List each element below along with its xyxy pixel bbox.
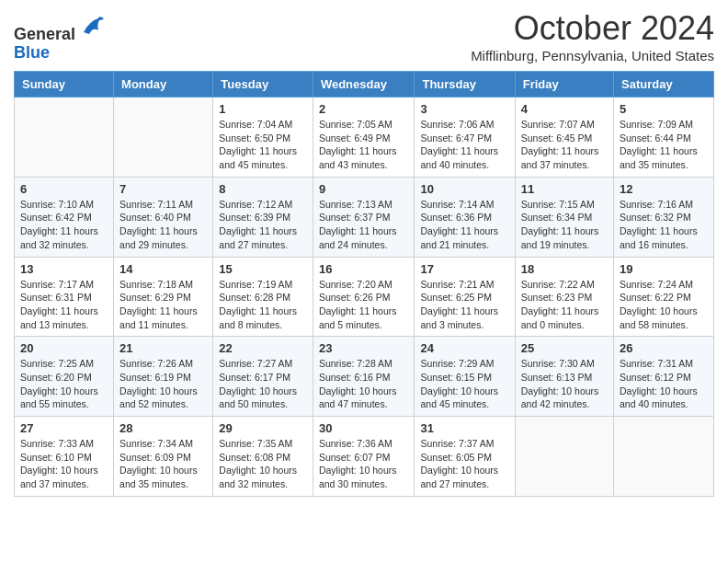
- calendar-cell: 27Sunrise: 7:33 AMSunset: 6:10 PMDayligh…: [15, 417, 114, 497]
- day-number: 29: [219, 421, 307, 435]
- day-number: 25: [521, 341, 608, 355]
- calendar-cell: 28Sunrise: 7:34 AMSunset: 6:09 PMDayligh…: [114, 417, 213, 497]
- sunset-text: Sunset: 6:28 PM: [219, 292, 290, 303]
- day-number: 7: [119, 182, 207, 196]
- sunset-text: Sunset: 6:29 PM: [119, 292, 191, 303]
- day-number: 21: [119, 341, 207, 355]
- calendar-cell: 23Sunrise: 7:28 AMSunset: 6:16 PMDayligh…: [313, 337, 415, 417]
- header-saturday: Saturday: [614, 72, 714, 98]
- day-number: 23: [319, 341, 409, 355]
- day-number: 20: [20, 341, 108, 355]
- header-monday: Monday: [114, 72, 213, 98]
- sunset-text: Sunset: 6:17 PM: [219, 372, 290, 383]
- day-info: Sunrise: 7:33 AMSunset: 6:10 PMDaylight:…: [20, 437, 108, 491]
- daylight-text: Daylight: 10 hours and 32 minutes.: [219, 465, 297, 489]
- sunrise-text: Sunrise: 7:13 AM: [319, 199, 392, 210]
- sunrise-text: Sunrise: 7:31 AM: [620, 358, 693, 369]
- sunset-text: Sunset: 6:08 PM: [219, 452, 290, 463]
- day-info: Sunrise: 7:35 AMSunset: 6:08 PMDaylight:…: [219, 437, 307, 491]
- sunset-text: Sunset: 6:13 PM: [521, 372, 593, 383]
- sunset-text: Sunset: 6:26 PM: [319, 292, 391, 303]
- calendar-cell: 11Sunrise: 7:15 AMSunset: 6:34 PMDayligh…: [515, 177, 613, 257]
- calendar-cell: 18Sunrise: 7:22 AMSunset: 6:23 PMDayligh…: [515, 257, 613, 337]
- header: General Blue October 2024 Mifflinburg, P…: [14, 9, 714, 63]
- calendar-cell: 16Sunrise: 7:20 AMSunset: 6:26 PMDayligh…: [313, 257, 415, 337]
- daylight-text: Daylight: 11 hours and 16 minutes.: [620, 225, 698, 250]
- calendar-cell: 13Sunrise: 7:17 AMSunset: 6:31 PMDayligh…: [15, 257, 114, 337]
- sunset-text: Sunset: 6:42 PM: [20, 212, 92, 223]
- day-info: Sunrise: 7:12 AMSunset: 6:39 PMDaylight:…: [219, 198, 307, 252]
- calendar-cell: [515, 417, 613, 497]
- sunrise-text: Sunrise: 7:17 AM: [20, 279, 94, 290]
- day-number: 30: [319, 421, 409, 435]
- calendar-table: Sunday Monday Tuesday Wednesday Thursday…: [14, 71, 714, 497]
- daylight-text: Daylight: 11 hours and 24 minutes.: [319, 225, 397, 250]
- day-info: Sunrise: 7:04 AMSunset: 6:50 PMDaylight:…: [219, 118, 307, 172]
- calendar-cell: 5Sunrise: 7:09 AMSunset: 6:44 PMDaylight…: [614, 98, 714, 178]
- day-info: Sunrise: 7:22 AMSunset: 6:23 PMDaylight:…: [521, 278, 608, 332]
- day-number: 28: [119, 421, 207, 435]
- sunset-text: Sunset: 6:15 PM: [420, 372, 492, 383]
- calendar-cell: 26Sunrise: 7:31 AMSunset: 6:12 PMDayligh…: [614, 337, 714, 417]
- calendar-cell: 8Sunrise: 7:12 AMSunset: 6:39 PMDaylight…: [213, 177, 313, 257]
- sunrise-text: Sunrise: 7:34 AM: [119, 438, 193, 449]
- day-info: Sunrise: 7:24 AMSunset: 6:22 PMDaylight:…: [620, 278, 708, 332]
- sunrise-text: Sunrise: 7:29 AM: [420, 358, 494, 369]
- day-info: Sunrise: 7:14 AMSunset: 6:36 PMDaylight:…: [420, 198, 508, 252]
- day-number: 4: [521, 102, 608, 116]
- day-number: 22: [219, 341, 307, 355]
- sunset-text: Sunset: 6:16 PM: [319, 372, 391, 383]
- day-info: Sunrise: 7:09 AMSunset: 6:44 PMDaylight:…: [620, 118, 708, 172]
- header-tuesday: Tuesday: [213, 72, 313, 98]
- day-info: Sunrise: 7:13 AMSunset: 6:37 PMDaylight:…: [319, 198, 409, 252]
- daylight-text: Daylight: 11 hours and 43 minutes.: [319, 145, 397, 170]
- daylight-text: Daylight: 11 hours and 37 minutes.: [521, 145, 599, 170]
- day-info: Sunrise: 7:29 AMSunset: 6:15 PMDaylight:…: [420, 357, 508, 411]
- sunrise-text: Sunrise: 7:10 AM: [20, 199, 94, 210]
- sunset-text: Sunset: 6:34 PM: [521, 212, 593, 223]
- day-info: Sunrise: 7:16 AMSunset: 6:32 PMDaylight:…: [620, 198, 708, 252]
- sunset-text: Sunset: 6:05 PM: [420, 452, 492, 463]
- day-number: 9: [319, 182, 409, 196]
- calendar-cell: 10Sunrise: 7:14 AMSunset: 6:36 PMDayligh…: [415, 177, 515, 257]
- calendar-week-row: 6Sunrise: 7:10 AMSunset: 6:42 PMDaylight…: [15, 177, 714, 257]
- day-info: Sunrise: 7:31 AMSunset: 6:12 PMDaylight:…: [620, 357, 708, 411]
- calendar-cell: 24Sunrise: 7:29 AMSunset: 6:15 PMDayligh…: [415, 337, 515, 417]
- calendar-cell: 31Sunrise: 7:37 AMSunset: 6:05 PMDayligh…: [415, 417, 515, 497]
- day-info: Sunrise: 7:19 AMSunset: 6:28 PMDaylight:…: [219, 278, 307, 332]
- day-info: Sunrise: 7:37 AMSunset: 6:05 PMDaylight:…: [420, 437, 508, 491]
- day-info: Sunrise: 7:07 AMSunset: 6:45 PMDaylight:…: [521, 118, 608, 172]
- sunrise-text: Sunrise: 7:27 AM: [219, 358, 292, 369]
- day-number: 12: [620, 182, 708, 196]
- sunrise-text: Sunrise: 7:12 AM: [219, 199, 292, 210]
- calendar-week-row: 13Sunrise: 7:17 AMSunset: 6:31 PMDayligh…: [15, 257, 714, 337]
- daylight-text: Daylight: 10 hours and 40 minutes.: [620, 385, 698, 410]
- sunrise-text: Sunrise: 7:21 AM: [420, 279, 494, 290]
- sunset-text: Sunset: 6:47 PM: [420, 132, 492, 144]
- daylight-text: Daylight: 11 hours and 3 minutes.: [420, 305, 498, 330]
- location: Mifflinburg, Pennsylvania, United States: [471, 48, 714, 63]
- header-friday: Friday: [515, 72, 613, 98]
- sunrise-text: Sunrise: 7:19 AM: [219, 279, 292, 290]
- sunrise-text: Sunrise: 7:04 AM: [219, 119, 292, 130]
- sunrise-text: Sunrise: 7:37 AM: [420, 438, 494, 449]
- calendar-body: 1Sunrise: 7:04 AMSunset: 6:50 PMDaylight…: [15, 98, 714, 497]
- header-wednesday: Wednesday: [313, 72, 415, 98]
- day-number: 31: [420, 421, 508, 435]
- day-info: Sunrise: 7:20 AMSunset: 6:26 PMDaylight:…: [319, 278, 409, 332]
- daylight-text: Daylight: 10 hours and 55 minutes.: [20, 385, 98, 410]
- calendar-cell: 20Sunrise: 7:25 AMSunset: 6:20 PMDayligh…: [15, 337, 114, 417]
- day-info: Sunrise: 7:21 AMSunset: 6:25 PMDaylight:…: [420, 278, 508, 332]
- day-number: 10: [420, 182, 508, 196]
- sunset-text: Sunset: 6:10 PM: [20, 452, 92, 463]
- day-number: 18: [521, 262, 608, 276]
- day-number: 1: [219, 102, 307, 116]
- sunrise-text: Sunrise: 7:20 AM: [319, 279, 392, 290]
- sunrise-text: Sunrise: 7:26 AM: [119, 358, 193, 369]
- sunset-text: Sunset: 6:32 PM: [620, 212, 691, 223]
- day-number: 16: [319, 262, 409, 276]
- sunset-text: Sunset: 6:25 PM: [420, 292, 492, 303]
- calendar-cell: [15, 98, 114, 178]
- sunrise-text: Sunrise: 7:36 AM: [319, 438, 392, 449]
- sunset-text: Sunset: 6:31 PM: [20, 292, 92, 303]
